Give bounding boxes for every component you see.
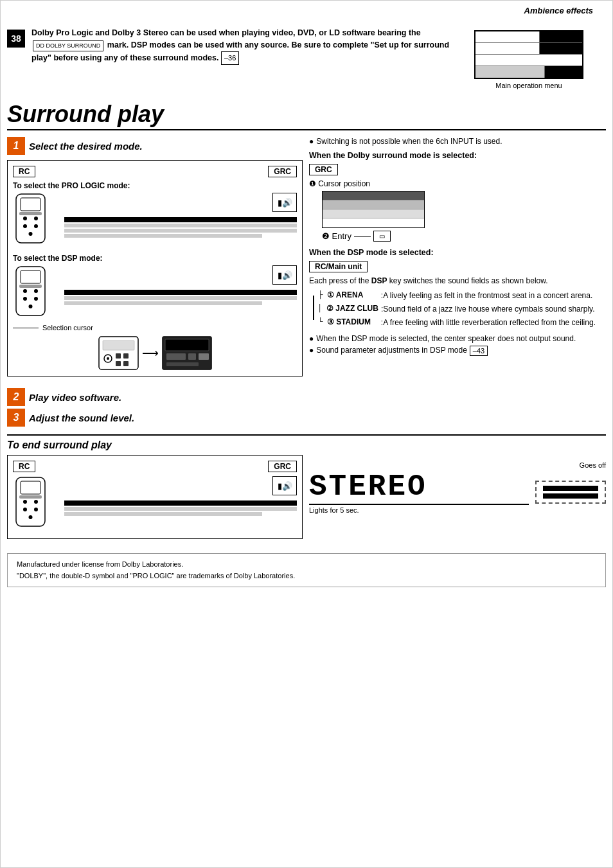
step3-header: 3 Adjust the sound level. [7, 409, 134, 427]
arena-connector: ├ [318, 290, 323, 298]
right-column: ● Switching is not possible when the 6ch… [309, 137, 606, 384]
right-unit-svg [161, 335, 213, 371]
page-ref-43: – 43 [470, 346, 488, 356]
end-rc-label: RC [13, 461, 35, 472]
step2-badge: 2 [7, 388, 25, 406]
top-section: 38 Dolby Pro Logic and Dolby 3 Stereo ca… [1, 15, 612, 96]
page: Ambience effects 38 Dolby Pro Logic and … [0, 0, 613, 868]
selection-cursor-label: Selection cursor [13, 324, 297, 332]
jazz-club-mode: │ ② JAZZ CLUB :Sound field of a jazz liv… [318, 304, 606, 315]
remote-svg-2 [13, 265, 51, 319]
menu-row-3 [475, 55, 582, 66]
svg-rect-37 [19, 495, 42, 499]
footer: Manufactured under license from Dolby La… [7, 553, 606, 587]
svg-rect-27 [188, 353, 196, 360]
step3-row: 3 Adjust the sound level. [7, 409, 606, 427]
footer-line1: Manufactured under license from Dolby La… [17, 559, 596, 571]
dsp-button-icon-1: ▮🔊 [272, 193, 297, 212]
ambience-title: Ambience effects [1, 1, 612, 15]
slider-light-2 [64, 229, 297, 233]
stadium-mode: └ ③ STADIUM :A free feeling with little … [318, 317, 606, 328]
slider-light-3 [64, 234, 262, 238]
dsp-modes-list: ├ ① ARENA :A lively feeling as felt in t… [309, 290, 606, 328]
end-button-area: ▮🔊 [64, 476, 297, 516]
jazz-name: ② JAZZ CLUB [326, 304, 378, 313]
menu-row-4 [475, 66, 582, 78]
svg-rect-26 [166, 353, 186, 360]
arena-desc: :A lively feeling as felt in the frontmo… [381, 290, 606, 301]
left-unit-svg [98, 335, 139, 371]
dsp-mode-section: To select the DSP mode: [13, 254, 297, 319]
end-remote-svg [13, 476, 51, 529]
stadium-name: ③ STADIUM [327, 317, 378, 326]
goes-off-bar-2 [543, 493, 598, 499]
svg-point-4 [23, 224, 27, 228]
pro-logic-remote-area: ▮🔊 [13, 193, 297, 246]
footer-line2: "DOLBY", the double-D symbol and "PRO LO… [17, 571, 596, 582]
svg-point-14 [29, 305, 33, 308]
step2-header: 2 Play video software. [7, 388, 121, 406]
svg-point-5 [34, 224, 38, 228]
pro-logic-button-area: ▮🔊 [64, 193, 297, 238]
svg-rect-21 [123, 353, 129, 359]
dsp-note-1: ● When the DSP mode is selected, the cen… [309, 334, 606, 343]
menu-display [474, 30, 583, 79]
remote-svg [13, 193, 51, 246]
dsp-mode-remote-area: ▮🔊 [13, 265, 297, 319]
svg-point-36 [29, 515, 33, 519]
goes-off-bar-1 [543, 486, 598, 491]
stereo-text: STEREO [309, 470, 529, 505]
svg-point-10 [23, 289, 27, 293]
menu-row-2 [475, 43, 582, 55]
rc-grc-labels: RC GRC [13, 166, 297, 177]
stadium-desc: :A free feeling with little reverberatio… [381, 317, 606, 328]
step3-badge: 3 [7, 409, 25, 427]
cursor-position-note: ❶ Cursor position [309, 179, 606, 188]
goes-off-box-area [535, 481, 606, 504]
steps-2-3: 2 Play video software. 3 Adjust the soun… [1, 384, 612, 430]
svg-rect-29 [166, 362, 199, 366]
dolby-surround-mark: DD DOLBY SURROUND [33, 40, 103, 52]
svg-point-33 [34, 500, 38, 504]
grc-label: GRC [268, 166, 297, 177]
dsp-note-2: ● Sound parameter adjustments in DSP mod… [309, 346, 606, 356]
svg-point-12 [23, 297, 27, 301]
stereo-text-area: STEREO Lights for 5 sec. [309, 470, 529, 514]
unit-display: ⟶ [13, 335, 297, 371]
stereo-display-row: STEREO Lights for 5 sec. [309, 470, 606, 514]
page-ref-36: – 36 [221, 51, 239, 65]
svg-rect-25 [165, 339, 209, 351]
dsp-slider-2 [64, 301, 262, 305]
menu-row-1 [475, 31, 582, 43]
surround-play-title: Surround play [7, 101, 606, 130]
svg-rect-20 [116, 353, 121, 359]
slider-light-1 [64, 224, 297, 227]
end-remote-area: ▮🔊 [13, 476, 297, 529]
svg-point-3 [34, 217, 38, 220]
dsp-button-icon-2: ▮🔊 [272, 265, 297, 285]
svg-rect-31 [21, 481, 40, 494]
svg-rect-15 [19, 285, 42, 288]
stadium-connector: └ [318, 317, 323, 325]
jazz-desc: :Sound field of a jazz live house where … [381, 304, 606, 315]
rc-main-unit-box: RC/Main unit [309, 261, 368, 272]
end-surround-section: To end surround play RC GRC [1, 439, 612, 547]
svg-rect-9 [21, 270, 40, 283]
step1-header: 1 Select the desired mode. [7, 137, 303, 155]
page-number: 38 [7, 30, 25, 48]
dsp-description: Each press of the DSP key switches the s… [309, 276, 606, 285]
entry-button: ▭ [373, 231, 391, 242]
entry-note: ❷ Entry —— ▭ [322, 231, 606, 242]
rc-label: RC [13, 166, 35, 177]
end-dsp-button: ▮🔊 [272, 476, 297, 495]
dsp-button-area: ▮🔊 [64, 265, 297, 305]
surround-play-section: Surround play [7, 101, 606, 130]
svg-point-2 [23, 217, 27, 220]
slider-dark [64, 217, 297, 222]
svg-rect-28 [199, 353, 209, 360]
svg-rect-7 [19, 212, 42, 215]
svg-rect-17 [103, 341, 134, 350]
end-rc-grc: RC GRC [13, 461, 297, 472]
stereo-section: Goes off STEREO Lights for 5 sec. [309, 455, 606, 547]
switching-note: ● Switching is not possible when the 6ch… [309, 137, 606, 146]
